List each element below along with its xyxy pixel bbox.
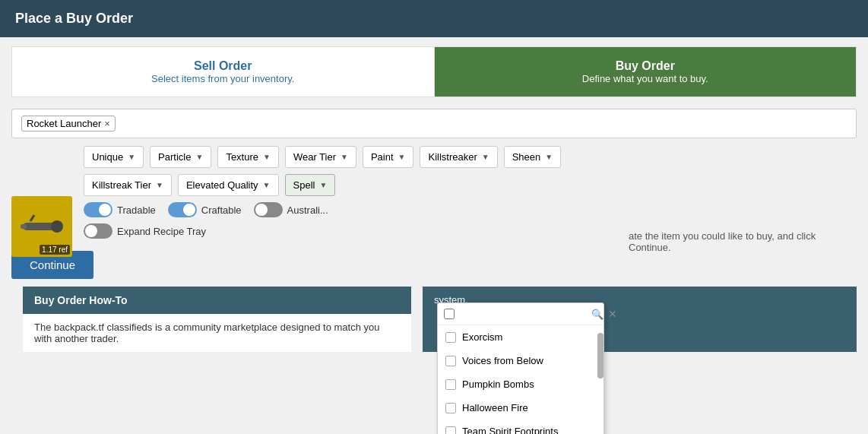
filter-wear-tier-arrow: ▼ (341, 153, 348, 161)
toggle-craftable-label: Craftable (201, 204, 242, 216)
item-price-badge: 1.17 ref (40, 245, 70, 255)
dropdown-item-exorcism[interactable]: Exorcism (438, 325, 603, 349)
search-tag-close[interactable]: × (104, 118, 110, 129)
filter-killstreaker-arrow: ▼ (482, 153, 489, 161)
toggle-craftable-item: Craftable (168, 202, 242, 217)
dropdown-label-exorcism: Exorcism (462, 331, 502, 343)
right-info-text: ate the item you could like to buy, and … (629, 230, 816, 253)
filter-texture[interactable]: Texture ▼ (217, 146, 279, 168)
filter-paint[interactable]: Paint ▼ (363, 146, 414, 168)
dropdown-label-team-spirit: Team Spirit Footprints (462, 426, 558, 434)
dropdown-search-input[interactable] (459, 309, 587, 320)
expand-recipe-toggle[interactable] (84, 223, 112, 239)
filter-elevated-quality[interactable]: Elevated Quality ▼ (178, 174, 279, 196)
filter-spell[interactable]: Spell ▼ (285, 174, 336, 196)
right-info: ate the item you could like to buy, and … (629, 230, 857, 253)
toggle-craftable[interactable] (168, 202, 197, 217)
filter-elevated-quality-label: Elevated Quality (186, 179, 258, 191)
toggle-australium[interactable] (254, 202, 283, 217)
bottom-section: Buy Order How-To The backpack.tf classif… (11, 287, 857, 352)
filter-sheen-label: Sheen (512, 151, 541, 163)
sell-tab-sub: Select items from your inventory. (24, 73, 422, 84)
search-tag-label: Rocket Launcher (27, 118, 101, 129)
svg-point-1 (51, 220, 63, 233)
buy-tab-title: Buy Order (447, 59, 844, 73)
dropdown-label-voices: Voices from Below (462, 355, 543, 366)
filter-texture-arrow: ▼ (263, 153, 271, 161)
page-title: Place a Buy Order (15, 11, 133, 26)
svg-rect-2 (21, 224, 27, 229)
item-image (19, 207, 65, 246)
search-bar[interactable]: Rocket Launcher × (11, 109, 857, 138)
search-tag: Rocket Launcher × (21, 116, 116, 131)
filter-elevated-quality-arrow: ▼ (263, 181, 271, 189)
filter-unique-arrow: ▼ (128, 153, 135, 161)
filter-paint-label: Paint (371, 151, 394, 163)
dropdown-select-all-checkbox[interactable] (444, 309, 455, 319)
checkbox-team-spirit[interactable] (445, 426, 456, 435)
filter-unique[interactable]: Unique ▼ (84, 146, 144, 168)
main-area: Rocket Launcher × 1.17 ref Unique ▼ Part… (0, 97, 868, 287)
howto-text: The backpack.tf classifieds is a communi… (23, 314, 411, 352)
filter-row-2: Killstreak Tier ▼ Elevated Quality ▼ Spe… (84, 174, 857, 196)
scrollbar-thumb[interactable] (597, 333, 603, 379)
filter-particle[interactable]: Particle ▼ (150, 146, 211, 168)
title-bar: Place a Buy Order (0, 0, 868, 37)
filter-particle-label: Particle (158, 151, 191, 163)
filter-particle-arrow: ▼ (195, 153, 203, 161)
tab-sell[interactable]: Sell Order Select items from your invent… (12, 47, 435, 97)
filter-wear-tier[interactable]: Wear Tier ▼ (285, 146, 356, 168)
toggle-tradable-label: Tradable (117, 204, 156, 216)
checkbox-pumpkin[interactable] (445, 379, 456, 390)
sell-tab-title: Sell Order (24, 59, 422, 73)
dropdown-list: Exorcism Voices from Below Pumpkin Bombs… (438, 325, 603, 434)
tab-buy[interactable]: Buy Order Define what you want to buy. (435, 47, 857, 97)
dropdown-label-pumpkin: Pumpkin Bombs (462, 379, 534, 390)
dropdown-label-halloween: Halloween Fire (462, 402, 528, 413)
spell-dropdown: 🔍 ✕ Exorcism Voices from Below Pumpkin B… (437, 303, 604, 434)
filter-rows-wrapper: Unique ▼ Particle ▼ Texture ▼ Wear Tier … (84, 146, 857, 239)
svg-line-3 (30, 215, 34, 221)
filter-killstreak-tier-arrow: ▼ (156, 181, 163, 189)
dropdown-search-row: 🔍 ✕ (438, 303, 603, 325)
checkbox-exorcism[interactable] (445, 332, 456, 343)
filter-killstreak-tier-label: Killstreak Tier (92, 179, 151, 191)
filter-killstreaker[interactable]: Killstreaker ▼ (420, 146, 497, 168)
dropdown-close-icon[interactable]: ✕ (608, 308, 617, 320)
filter-unique-label: Unique (92, 151, 123, 163)
order-tabs: Sell Order Select items from your invent… (11, 46, 857, 97)
dropdown-item-pumpkin[interactable]: Pumpkin Bombs (438, 372, 603, 396)
search-icon: 🔍 (591, 309, 603, 320)
toggle-australium-item: Australi... (254, 202, 328, 217)
howto-title: Buy Order How-To (23, 287, 411, 314)
filter-sheen-arrow: ▼ (545, 153, 553, 161)
toggle-australium-label: Australi... (287, 204, 328, 216)
filter-paint-arrow: ▼ (398, 153, 406, 161)
buy-tab-sub: Define what you want to buy. (447, 73, 844, 84)
filter-sheen[interactable]: Sheen ▼ (504, 146, 562, 168)
dropdown-item-team-spirit[interactable]: Team Spirit Footprints (438, 420, 603, 434)
howto-left: Buy Order How-To The backpack.tf classif… (11, 287, 423, 352)
toggle-tradable[interactable] (84, 202, 112, 217)
filter-row-1: Unique ▼ Particle ▼ Texture ▼ Wear Tier … (84, 146, 857, 168)
checkbox-halloween[interactable] (445, 403, 456, 413)
filter-killstreak-tier[interactable]: Killstreak Tier ▼ (84, 174, 172, 196)
filter-killstreaker-label: Killstreaker (428, 151, 477, 163)
toggle-tradable-item: Tradable (84, 202, 156, 217)
checkbox-voices[interactable] (445, 356, 456, 366)
dropdown-item-voices[interactable]: Voices from Below (438, 349, 603, 372)
filter-spell-arrow: ▼ (319, 181, 327, 189)
item-preview: 1.17 ref (11, 196, 72, 257)
dropdown-item-halloween[interactable]: Halloween Fire (438, 396, 603, 420)
expand-recipe-label: Expand Recipe Tray (117, 226, 206, 237)
filter-texture-label: Texture (226, 151, 258, 163)
toggle-row: Tradable Craftable Australi... (84, 202, 857, 217)
howto-body: The backpack.tf classifieds is a communi… (34, 322, 380, 344)
filter-wear-tier-label: Wear Tier (293, 151, 336, 163)
filter-spell-label: Spell (293, 179, 315, 191)
